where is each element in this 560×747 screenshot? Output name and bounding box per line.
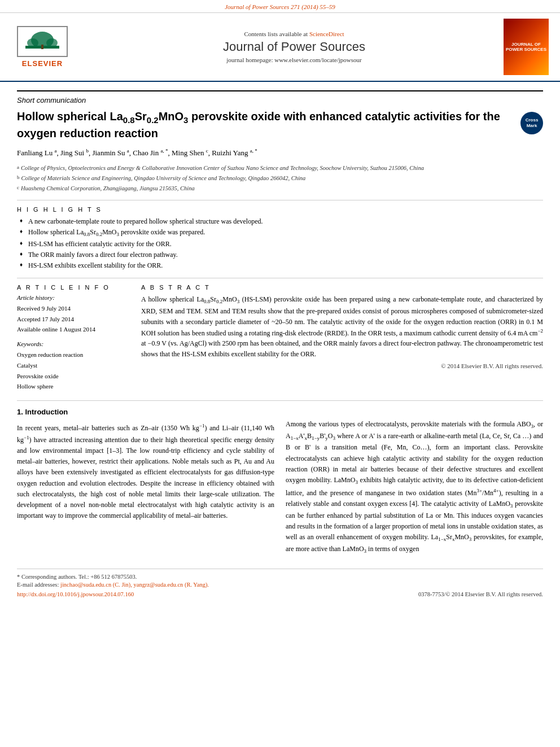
sciencedirect-link[interactable]: ScienceDirect <box>309 30 344 37</box>
sciencedirect-label: Contents lists available at <box>244 30 308 37</box>
keyword-3: Perovskite oxide <box>17 371 130 382</box>
svg-point-2 <box>27 38 38 47</box>
affil-sup-b: b <box>17 174 20 183</box>
abstract-copyright: © 2014 Elsevier B.V. All rights reserved… <box>141 362 543 369</box>
available-date: Available online 1 August 2014 <box>17 324 130 335</box>
keyword-1: Oxygen reduction reaction <box>17 350 130 360</box>
doi-link[interactable]: http://dx.doi.org/10.1016/j.jpowsour.201… <box>17 591 134 597</box>
intro-para-1: In recent years, metal–air batteries suc… <box>17 422 274 522</box>
crossmark-icon: CrossMark <box>526 117 539 128</box>
journal-homepage: journal homepage: www.elsevier.com/locat… <box>85 56 504 63</box>
divider-2 <box>17 278 543 278</box>
keywords-section: Keywords: Oxygen reduction reaction Cata… <box>17 340 130 392</box>
highlight-item-1: A new carbonate-template route to prepar… <box>20 216 543 227</box>
journal-cover-image: JOURNAL OF POWER SOURCES <box>504 19 549 75</box>
issn-text: 0378-7753/© 2014 Elsevier B.V. All right… <box>418 591 543 597</box>
body-left-col: 1. Introduction In recent years, metal–a… <box>17 407 274 560</box>
affil-c: c Huasheng Chemical Corporation, Zhangji… <box>17 184 543 193</box>
article-body: 1. Introduction In recent years, metal–a… <box>17 400 543 560</box>
keyword-2: Catalyst <box>17 360 130 371</box>
abstract-title: A B S T R A C T <box>141 284 543 291</box>
article-dates: Received 9 July 2014 Accepted 17 July 20… <box>17 303 130 335</box>
elsevier-brand: ELSEVIER <box>22 59 63 68</box>
article-info: A R T I C L E I N F O Article history: R… <box>17 284 130 392</box>
article-content: Short communication Hollow spherical La0… <box>0 82 560 606</box>
affil-sup-c: c <box>17 184 19 193</box>
authors-line: Fanliang Lu a, Jing Sui b, Jianmin Su a,… <box>17 147 543 159</box>
affil-text-b: College of Materials Science and Enginee… <box>21 174 306 183</box>
elsevier-logo: ELSEVIER <box>11 26 73 68</box>
highlights-title: H I G H L I G H T S <box>17 206 543 213</box>
homepage-label: journal homepage: www.elsevier.com/locat… <box>226 56 361 63</box>
keywords-list: Oxygen reduction reaction Catalyst Perov… <box>17 350 130 392</box>
keyword-4: Hollow sphere <box>17 381 130 392</box>
article-title-block: Hollow spherical La0.8Sr0.2MnO3 perovski… <box>17 109 543 141</box>
highlight-item-5: HS-LSM exhibits excellent stability for … <box>20 260 543 271</box>
abstract-text: A hollow spherical La0.8Sr0.2MnO3 (HS-LS… <box>141 294 543 359</box>
article-info-title: A R T I C L E I N F O <box>17 284 130 291</box>
journal-ref-bar: Journal of Power Sources 271 (2014) 55–5… <box>0 0 560 13</box>
svg-point-3 <box>46 38 58 47</box>
page-wrapper: Journal of Power Sources 271 (2014) 55–5… <box>0 0 560 606</box>
divider-1 <box>17 200 543 200</box>
info-abstract-section: A R T I C L E I N F O Article history: R… <box>17 284 543 392</box>
affiliations: a College of Physics, Optoelectronics an… <box>17 164 543 193</box>
email-label: E-mail addresses: <box>17 582 59 588</box>
highlights-list: A new carbonate-template route to prepar… <box>17 216 543 272</box>
affil-text-a: College of Physics, Optoelectronics and … <box>21 164 424 173</box>
journal-header: ELSEVIER Contents lists available at Sci… <box>0 13 560 82</box>
highlights-section: H I G H L I G H T S A new carbonate-temp… <box>17 206 543 272</box>
body-right-col: Among the various types of electrocataly… <box>286 407 543 560</box>
abstract-section: A B S T R A C T A hollow spherical La0.8… <box>141 284 543 392</box>
affil-text-c: Huasheng Chemical Corporation, Zhangjiag… <box>21 184 195 193</box>
keywords-label: Keywords: <box>17 340 130 347</box>
elsevier-logo-image <box>17 26 68 57</box>
affil-b: b College of Materials Science and Engin… <box>17 174 543 183</box>
article-title-text: Hollow spherical La0.8Sr0.2MnO3 perovski… <box>17 109 520 141</box>
highlight-item-2: Hollow spherical La0.8Sr0.2MnO3 perovski… <box>20 227 543 239</box>
affil-a: a College of Physics, Optoelectronics an… <box>17 164 543 173</box>
article-type: Short communication <box>17 90 543 104</box>
journal-title: Journal of Power Sources <box>85 40 504 54</box>
email-note: E-mail addresses: jinchao@suda.edu.cn (C… <box>17 582 543 588</box>
introduction-heading: 1. Introduction <box>17 407 274 418</box>
cover-text: JOURNAL OF POWER SOURCES <box>506 42 546 52</box>
article-history-label: Article history: <box>17 294 130 301</box>
article-footer: * Corresponding authors. Tel.: +86 512 6… <box>17 569 543 597</box>
email-yang[interactable]: yangrz@suda.edu.cn (R. Yang). <box>134 582 209 588</box>
email-jin[interactable]: jinchao@suda.edu.cn (C. Jin), <box>60 582 132 588</box>
accepted-date: Accepted 17 July 2014 <box>17 314 130 325</box>
highlight-item-3: HS-LSM has efficient catalytic activity … <box>20 239 543 250</box>
journal-ref-text: Journal of Power Sources 271 (2014) 55–5… <box>225 3 335 10</box>
sciencedirect-line: Contents lists available at ScienceDirec… <box>85 30 504 37</box>
corresponding-note: * Corresponding authors. Tel.: +86 512 6… <box>17 574 543 580</box>
svg-rect-4 <box>41 45 43 49</box>
crossmark-badge: CrossMark <box>520 112 543 134</box>
received-date: Received 9 July 2014 <box>17 303 130 314</box>
highlight-item-4: The ORR mainly favors a direct four elec… <box>20 250 543 260</box>
journal-header-center: Contents lists available at ScienceDirec… <box>85 30 504 63</box>
affil-sup-a: a <box>17 164 19 173</box>
intro-para-2: Among the various types of electrocataly… <box>286 419 543 556</box>
footer-links: http://dx.doi.org/10.1016/j.jpowsour.201… <box>17 591 543 597</box>
corresponding-label: * Corresponding authors. Tel.: +86 512 6… <box>17 574 137 580</box>
body-columns: 1. Introduction In recent years, metal–a… <box>17 407 543 560</box>
